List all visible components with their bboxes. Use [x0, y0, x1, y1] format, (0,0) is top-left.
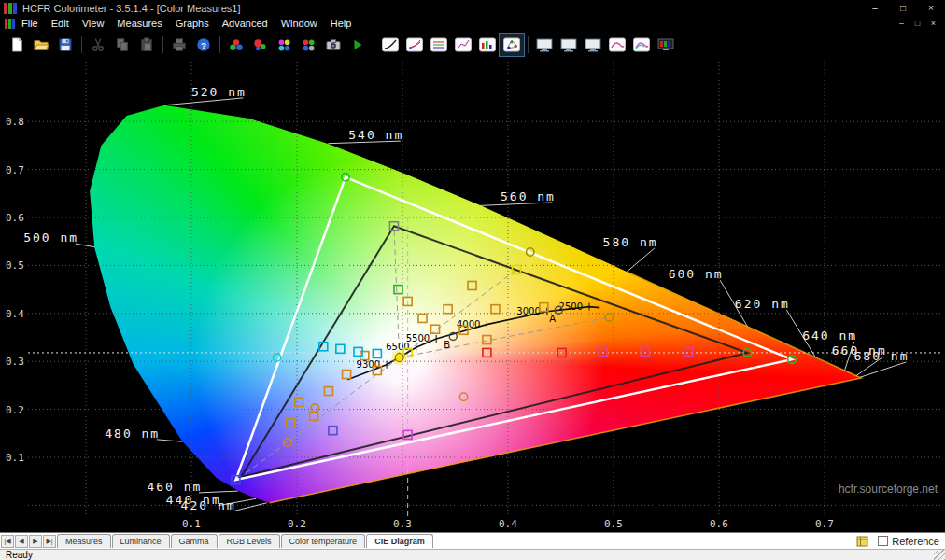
new-button[interactable]	[5, 34, 29, 56]
menu-edit[interactable]: Edit	[45, 18, 76, 29]
measure-marker	[599, 347, 607, 356]
toolbar: ?	[0, 31, 945, 58]
watermark: hcfr.sourceforge.net	[839, 483, 938, 496]
menu-file[interactable]: File	[15, 18, 45, 29]
white-point-marker	[395, 354, 403, 362]
mdi-minimize-button[interactable]: –	[894, 19, 910, 28]
measure-marker	[329, 427, 337, 435]
app-icon	[4, 3, 17, 14]
tab-cie-diagram[interactable]: CIE Diagram	[366, 534, 433, 548]
measure-marker	[468, 281, 476, 289]
paste-button[interactable]	[134, 34, 159, 56]
wavelength-label: 560 nm	[501, 189, 556, 203]
view-gamma-button[interactable]	[402, 34, 427, 56]
menu-items: FileEditViewMeasuresGraphsAdvancedWindow…	[15, 18, 358, 29]
measure-grayscale-button[interactable]	[224, 34, 248, 56]
view-saturation-luminance-button[interactable]	[605, 34, 629, 56]
x-tick-label: 0.5	[604, 518, 623, 530]
view-saturation-shift-button[interactable]	[629, 34, 654, 56]
svg-text:?: ?	[201, 39, 206, 49]
wavelength-leader-line	[157, 440, 182, 441]
measure-secondaries-button[interactable]	[273, 34, 297, 56]
minimize-button[interactable]: –	[861, 3, 889, 13]
temperature-label: 5500	[406, 333, 430, 343]
tab-rgb-levels[interactable]: RGB Levels	[219, 534, 280, 548]
view-rgb-levels-button[interactable]	[427, 34, 451, 56]
measure-marker	[684, 347, 693, 356]
view-display-2-button[interactable]	[557, 34, 581, 56]
hcfr-window: HCFR Colorimeter - 3.5.1.4 - [Color Meas…	[0, 0, 945, 560]
tab-scroll-prev[interactable]: ◀	[15, 535, 28, 548]
menu-view[interactable]: View	[76, 18, 111, 29]
x-tick-label: 0.4	[499, 518, 517, 530]
snapshot-button[interactable]	[321, 34, 346, 56]
view-luminance-button[interactable]	[378, 34, 402, 56]
measure-all-button[interactable]	[297, 34, 321, 56]
mdi-close-button[interactable]: ×	[925, 19, 941, 28]
gamut-guide-line	[241, 357, 400, 477]
tab-scroll-first[interactable]: |◀	[1, 535, 14, 548]
resize-grip[interactable]	[934, 550, 945, 560]
wavelength-leader-line	[627, 248, 655, 273]
illuminant-label: B	[444, 340, 450, 350]
save-button[interactable]	[53, 34, 78, 56]
y-tick-label: 0.1	[6, 452, 24, 464]
toolbar-separator	[81, 36, 82, 53]
menu-window[interactable]: Window	[275, 18, 324, 29]
view-color-temperature-button[interactable]	[451, 34, 475, 56]
tab-luminance[interactable]: Luminance	[112, 534, 170, 548]
measure-marker	[343, 371, 351, 379]
view-histogram-button[interactable]	[475, 34, 500, 56]
maximize-button[interactable]: □	[889, 3, 917, 13]
close-button[interactable]: ×	[917, 3, 945, 13]
window-title: HCFR Colorimeter - 3.5.1.4 - [Color Meas…	[22, 3, 241, 14]
menu-advanced[interactable]: Advanced	[216, 18, 275, 29]
cut-button[interactable]	[86, 34, 110, 56]
measured-gamut-triangle	[241, 226, 747, 477]
measure-primaries-button[interactable]	[248, 34, 273, 56]
y-tick-label: 0.6	[6, 212, 24, 224]
x-tick-label: 0.1	[182, 518, 201, 530]
measure-marker	[641, 347, 649, 356]
reference-checkbox[interactable]: Reference	[878, 536, 939, 547]
toolbar-separator	[162, 36, 163, 53]
tab-gamma[interactable]: Gamma	[171, 534, 218, 548]
wavelength-label: 500 nm	[23, 231, 78, 245]
copy-button[interactable]	[110, 34, 134, 56]
wavelength-label: 640 nm	[802, 329, 857, 343]
view-measures-summary-button[interactable]	[654, 34, 678, 56]
wavelength-label: 480 nm	[105, 427, 160, 441]
y-tick-label: 0.2	[6, 404, 24, 416]
view-display-3-button[interactable]	[581, 34, 605, 56]
run-measures-button[interactable]	[346, 34, 370, 56]
document-window-icon[interactable]	[5, 19, 15, 29]
titlebar: HCFR Colorimeter - 3.5.1.4 - [Color Meas…	[0, 0, 945, 16]
tab-color-temperature[interactable]: Color temperature	[281, 534, 366, 548]
illuminant-label: A	[549, 314, 556, 324]
window-controls: – □ ×	[861, 3, 945, 13]
y-tick-label: 0.4	[6, 308, 24, 320]
reference-checkbox-box[interactable]	[878, 536, 888, 546]
view-cie-diagram-button[interactable]	[500, 34, 524, 56]
print-button[interactable]	[167, 34, 191, 56]
tab-scroll-next[interactable]: ▶	[29, 535, 42, 548]
measure-marker	[418, 314, 427, 322]
open-button[interactable]	[29, 34, 53, 56]
view-display-1-button[interactable]	[532, 34, 557, 56]
datagrid-icon[interactable]	[856, 536, 868, 547]
help-button[interactable]: ?	[191, 34, 216, 56]
tab-scroll-last[interactable]: ▶|	[43, 535, 56, 548]
menu-measures[interactable]: Measures	[110, 18, 168, 29]
wavelength-label: 580 nm	[603, 235, 658, 249]
menu-graphs[interactable]: Graphs	[169, 18, 216, 29]
menu-help[interactable]: Help	[324, 18, 359, 29]
mdi-restore-button[interactable]: □	[910, 19, 925, 28]
mdi-controls: – □ ×	[894, 19, 941, 28]
x-tick-label: 0.2	[288, 518, 306, 530]
measure-marker	[310, 412, 318, 420]
status-text: Ready	[6, 550, 33, 560]
tab-measures[interactable]: Measures	[57, 534, 111, 548]
measure-marker	[444, 305, 452, 314]
toolbar-separator	[528, 36, 529, 53]
measure-marker	[295, 398, 303, 406]
